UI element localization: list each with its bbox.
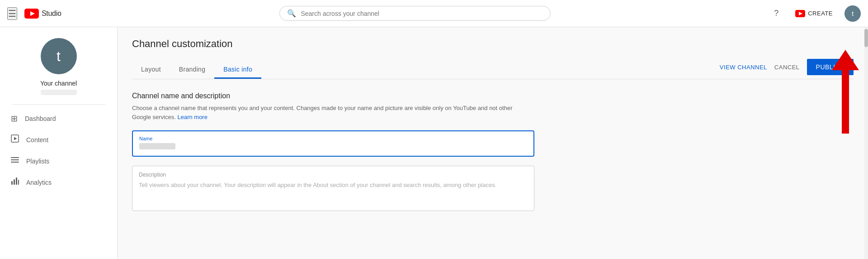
description-input-wrapper[interactable]: Description Tell viewers about your chan…: [132, 166, 534, 211]
description-placeholder: Tell viewers about your channel. Your de…: [139, 181, 528, 190]
search-input[interactable]: [301, 10, 543, 17]
help-icon: ?: [774, 9, 778, 18]
svg-rect-8: [11, 181, 13, 185]
sidebar-divider: [12, 104, 105, 105]
svg-rect-6: [11, 159, 19, 160]
top-nav: ☰ Studio 🔍 ? CREATE t: [0, 0, 868, 27]
svg-rect-7: [11, 162, 19, 163]
section-title: Channel name and description: [132, 92, 854, 100]
search-bar: 🔍: [279, 6, 551, 21]
name-input-wrapper[interactable]: Name: [132, 130, 534, 157]
studio-label: Studio: [42, 10, 61, 18]
channel-info-section: Channel name and description Choose a ch…: [132, 92, 854, 211]
tab-actions: VIEW CHANNEL CANCEL PUBLISH: [720, 59, 854, 79]
create-icon: [795, 10, 805, 17]
main-content: Channel customization Layout Branding Ba…: [118, 27, 868, 259]
svg-rect-11: [18, 180, 19, 185]
svg-rect-5: [11, 157, 19, 158]
name-value-blurred: [139, 143, 175, 149]
logo-area: Studio: [24, 9, 61, 19]
page-layout: t Your channel ⊞ Dashboard Content Playl…: [0, 27, 868, 259]
svg-rect-10: [16, 177, 17, 185]
hamburger-menu-button[interactable]: ☰: [7, 7, 17, 20]
sidebar-item-label: Dashboard: [25, 115, 56, 122]
page-title: Channel customization: [132, 38, 854, 50]
svg-rect-9: [14, 179, 15, 185]
name-label: Name: [139, 136, 527, 141]
sidebar-item-content[interactable]: Content: [0, 129, 117, 150]
learn-more-link[interactable]: Learn more: [177, 114, 207, 120]
svg-marker-2: [799, 12, 802, 15]
section-description: Choose a channel name that represents yo…: [132, 104, 521, 121]
svg-marker-4: [14, 137, 17, 140]
tab-layout[interactable]: Layout: [132, 61, 170, 79]
user-avatar-button[interactable]: t: [844, 5, 861, 22]
channel-name: Your channel: [40, 80, 77, 87]
sidebar-item-label: Analytics: [26, 179, 52, 186]
sidebar: t Your channel ⊞ Dashboard Content Playl…: [0, 27, 118, 259]
sidebar-item-analytics[interactable]: Analytics: [0, 172, 117, 193]
avatar-letter: t: [852, 10, 854, 17]
sidebar-item-label: Playlists: [26, 158, 49, 165]
create-label: CREATE: [808, 10, 833, 17]
cancel-button[interactable]: CANCEL: [774, 64, 800, 71]
create-button[interactable]: CREATE: [791, 7, 837, 20]
sidebar-item-label: Content: [26, 136, 48, 144]
description-label: Description: [139, 172, 528, 178]
sidebar-item-dashboard[interactable]: ⊞ Dashboard: [0, 108, 117, 129]
scrollbar-thumb[interactable]: [864, 29, 868, 47]
playlists-icon: [11, 156, 19, 166]
dashboard-icon: ⊞: [11, 114, 18, 124]
scrollbar-track: [864, 27, 868, 259]
tab-basic-info[interactable]: Basic info: [214, 61, 261, 79]
analytics-icon: [11, 177, 19, 187]
hamburger-icon: ☰: [8, 9, 16, 19]
publish-button[interactable]: PUBLISH: [807, 59, 854, 75]
content-icon: [11, 134, 19, 145]
help-button[interactable]: ?: [769, 6, 783, 21]
youtube-logo-icon: [24, 9, 39, 19]
channel-subscribers: [41, 90, 77, 95]
channel-avatar: t: [41, 38, 77, 74]
view-channel-button[interactable]: VIEW CHANNEL: [720, 64, 767, 71]
tabs-row: Layout Branding Basic info VIEW CHANNEL …: [132, 59, 854, 79]
sidebar-item-playlists[interactable]: Playlists: [0, 150, 117, 172]
tab-branding[interactable]: Branding: [170, 61, 214, 79]
search-icon: 🔍: [287, 9, 296, 18]
avatar-letter: t: [57, 48, 61, 65]
